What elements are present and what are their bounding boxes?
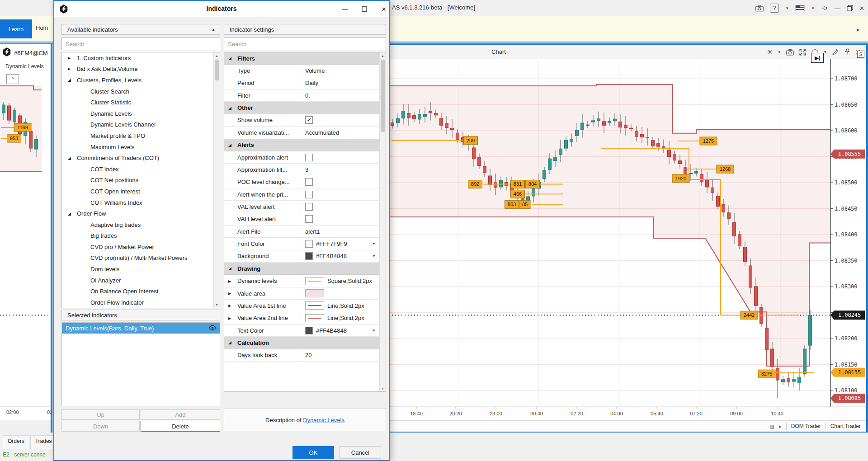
checkbox-unchecked[interactable] xyxy=(305,154,313,161)
fill-style-swatch[interactable] xyxy=(305,289,324,297)
tree-item-on-balance-open-interest[interactable]: On Balance Open Interest xyxy=(62,286,220,297)
checkbox-checked[interactable]: ✔ xyxy=(305,116,313,124)
color-swatch[interactable] xyxy=(305,327,313,334)
setting-value[interactable]: #FF4B4848▼ xyxy=(301,325,386,336)
dropdown-caret-icon[interactable]: ▼ xyxy=(372,254,376,258)
tree-item-cot-open-interest[interactable]: COT Open Interest xyxy=(62,186,220,197)
settings-section-drawing[interactable]: ◢Drawing xyxy=(224,263,386,275)
cancel-button[interactable]: Cancel xyxy=(340,446,381,459)
visibility-eye-icon[interactable] xyxy=(209,325,216,332)
collapsed-triangle-icon[interactable]: ▶ xyxy=(68,67,71,71)
tree-item-cot-williams-index[interactable]: COT Williams Index xyxy=(62,197,220,208)
checkbox-unchecked[interactable] xyxy=(305,203,313,211)
tree-item-bid-x-ask-delta-volume[interactable]: ▶Bid x Ask,Delta,Volume xyxy=(62,64,220,75)
bottom-tab-trades[interactable]: Trades xyxy=(30,435,57,449)
bottom-tab-orders[interactable]: Orders xyxy=(3,435,29,449)
down-button[interactable]: Down xyxy=(61,421,140,432)
crosshair-off-icon[interactable]: ✳ xyxy=(767,48,773,56)
setting-value[interactable]: 3 xyxy=(301,164,386,175)
collapsed-triangle-icon[interactable]: ▶ xyxy=(68,56,71,60)
up-button[interactable]: Up xyxy=(61,409,140,420)
setting-value[interactable] xyxy=(301,188,386,200)
pin-chart-icon[interactable] xyxy=(844,48,850,56)
setting-value[interactable]: Line;Solid;2px xyxy=(301,300,386,311)
setting-value[interactable]: 20 xyxy=(301,349,386,361)
tab-learn[interactable]: Learn xyxy=(0,19,32,38)
selected-indicator-row[interactable]: Dynamic Levels(Bars, Daily, True) xyxy=(62,323,220,334)
setting-value[interactable]: 0. xyxy=(301,89,386,101)
setting-value[interactable]: Line;Solid;2px xyxy=(301,312,386,324)
tree-item-commitments-of-traders-cot-[interactable]: ◢Commitments of Traders (COT) xyxy=(62,152,220,164)
pin-icon[interactable] xyxy=(821,5,828,11)
setting-value[interactable]: Daily xyxy=(301,77,386,89)
setting-value[interactable] xyxy=(301,201,386,212)
dom-trader-button[interactable]: DOM Trader xyxy=(791,423,821,429)
shape-caret-icon[interactable]: ▼ xyxy=(823,50,827,54)
row-collapsed-icon[interactable]: ▶ xyxy=(228,304,231,308)
dialog-close-icon[interactable]: ✕ xyxy=(379,5,389,14)
setting-value[interactable] xyxy=(301,151,386,163)
dropdown-caret-icon[interactable]: ▼ xyxy=(372,329,376,333)
line-style-swatch[interactable] xyxy=(305,301,324,310)
available-indicators-header[interactable]: Available indicators ▲ xyxy=(61,24,220,35)
tree-item-cot-index[interactable]: COT Index xyxy=(62,164,220,175)
scale-badge[interactable]: S xyxy=(857,51,864,58)
screenshot-camera-icon[interactable] xyxy=(755,5,764,12)
setting-value[interactable]: alert1 xyxy=(301,226,386,237)
settings-section-calculation[interactable]: ◢Calculation xyxy=(224,337,386,349)
scroll-thumb[interactable] xyxy=(381,60,385,132)
play-icon[interactable]: ▸ xyxy=(779,423,782,429)
restore-icon[interactable] xyxy=(847,5,853,11)
setting-value[interactable]: #FFF7F9F9▼ xyxy=(301,238,386,249)
tree-item-clusters-profiles-levels[interactable]: ◢Clusters, Profiles, Levels xyxy=(62,75,220,86)
add-button[interactable]: Add xyxy=(141,409,220,420)
tree-item-dynamic-levels[interactable]: Dynamic Levels xyxy=(62,108,220,119)
tree-item-cot-net-positions[interactable]: COT Net positions xyxy=(62,175,220,186)
scroll-down-icon[interactable]: ▼ xyxy=(214,301,220,308)
color-swatch[interactable] xyxy=(305,252,313,260)
tree-item-order-flow-indicator[interactable]: Order Flow Indicator xyxy=(62,297,220,308)
setting-value[interactable]: #FF4B4848▼ xyxy=(301,250,386,262)
expanded-triangle-icon[interactable]: ◢ xyxy=(68,156,71,160)
ribbon-collapse-caret-icon[interactable]: ▼ xyxy=(856,28,860,33)
line-style-swatch[interactable] xyxy=(305,314,324,322)
tree-item-order-flow[interactable]: ◢Order Flow xyxy=(62,208,220,219)
tree-item-cvd-pro-market-power[interactable]: CVD pro / Market Power xyxy=(62,241,220,253)
setting-value[interactable] xyxy=(301,213,386,225)
tree-item-oi-analyzer[interactable]: OI Analyzer xyxy=(62,275,220,286)
tools-icon[interactable] xyxy=(832,48,839,56)
minimize-icon[interactable]: — xyxy=(835,5,840,12)
scroll-up-icon[interactable]: ▲ xyxy=(380,52,386,59)
available-search-input[interactable] xyxy=(61,38,220,50)
tree-scrollbar[interactable]: ▲▼ xyxy=(213,52,220,308)
language-flag-icon[interactable] xyxy=(795,5,805,11)
settings-section-other[interactable]: ◢Other xyxy=(224,102,386,114)
settings-section-filters[interactable]: ◢Filters xyxy=(224,52,386,65)
dropdown-caret-icon[interactable]: ▼ xyxy=(372,242,376,246)
row-collapsed-icon[interactable]: ▶ xyxy=(228,279,231,283)
chart-trader-button[interactable]: Chart Trader xyxy=(830,423,861,429)
dialog-minimize-icon[interactable]: — xyxy=(340,5,350,14)
setting-value[interactable]: Accumulated xyxy=(301,127,386,138)
setting-value[interactable]: ✔ xyxy=(301,114,386,126)
tree-item-1-custom-indicators[interactable]: ▶1. Custom Indicators xyxy=(62,52,220,64)
checkbox-unchecked[interactable] xyxy=(305,191,313,198)
tree-item-cluster-statistic[interactable]: Cluster Statistic xyxy=(62,97,220,108)
setting-value[interactable] xyxy=(301,176,386,188)
close-icon[interactable]: ✕ xyxy=(859,5,864,12)
help-icon[interactable]: ? xyxy=(770,4,779,13)
tab-home[interactable]: Hom xyxy=(36,24,48,31)
language-caret-icon[interactable]: ▼ xyxy=(811,6,815,10)
expanded-triangle-icon[interactable]: ◢ xyxy=(68,78,71,82)
tree-item-big-trades[interactable]: Big trades xyxy=(62,230,220,242)
dialog-maximize-icon[interactable] xyxy=(359,5,369,14)
tree-item-maximum-levels[interactable]: Maximum Levels xyxy=(62,141,220,153)
settings-scrollbar[interactable]: ▲▼ xyxy=(379,52,386,391)
tree-item-dom-levels[interactable]: Dom levels xyxy=(62,263,220,275)
tree-item-cluster-search[interactable]: Cluster Search xyxy=(62,86,220,97)
delete-button[interactable]: Delete xyxy=(141,421,220,432)
checkbox-unchecked[interactable] xyxy=(305,215,313,223)
go-to-realtime-button[interactable]: ▶| xyxy=(811,53,824,63)
scroll-down-icon[interactable]: ▼ xyxy=(380,385,386,391)
scroll-up-icon[interactable]: ▲ xyxy=(214,52,220,59)
